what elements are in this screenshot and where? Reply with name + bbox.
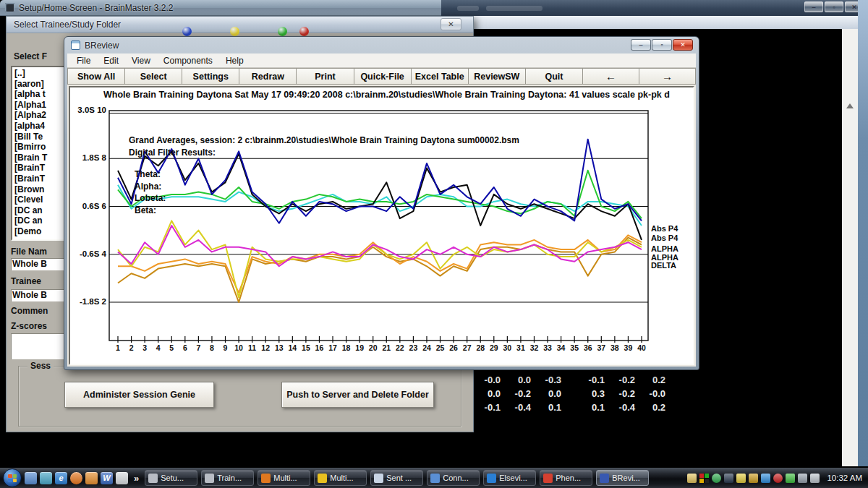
x-axis-tick-label: 9 — [218, 343, 233, 352]
breview-titlebar[interactable]: BReview — [64, 37, 699, 53]
show-desktop-icon[interactable] — [25, 472, 37, 484]
multimedia-icon — [261, 474, 271, 483]
maximize-button[interactable]: ▫ — [825, 1, 843, 12]
taskbar-button[interactable]: Multi... — [258, 470, 310, 486]
taskbar-button[interactable]: Elsevi... — [483, 470, 536, 486]
chart-annotation: Lobeta: — [135, 193, 166, 203]
chart-annotation: Grand Averages, session: 2 c:\brainm.20\… — [129, 135, 519, 145]
taskbar-clock[interactable]: 10:32 AM — [827, 474, 862, 482]
display-disconnect-icon[interactable] — [798, 474, 807, 483]
mail-tray-icon[interactable] — [687, 474, 697, 483]
series-label: Abs P4 — [651, 224, 694, 233]
toolbar-button[interactable]: Redraw — [239, 68, 297, 85]
taskbar-button-label: BRevi... — [612, 474, 640, 482]
setup-window-icon — [148, 474, 158, 483]
chart-area: Whole Brain Training Daytona Sat May 17 … — [69, 86, 694, 365]
minimize-button[interactable]: – — [804, 1, 823, 12]
taskbar-button[interactable]: Sent ... — [370, 470, 423, 486]
menu-components[interactable]: Components — [157, 56, 219, 66]
notepad-icon[interactable] — [116, 472, 128, 484]
start-button[interactable] — [3, 468, 22, 487]
taskbar-button[interactable]: Phen... — [540, 470, 592, 486]
multimedia-icon — [318, 474, 327, 483]
push-to-server-button[interactable]: Push to Server and Delete Folder — [281, 382, 434, 408]
toolbar-button[interactable]: ← — [583, 68, 639, 85]
y-axis-tick-label: -1.8S 2 — [70, 297, 106, 306]
volume-icon[interactable] — [810, 474, 820, 483]
dialog-titlebar[interactable]: Select Trainee/Study Folder ✕ — [7, 17, 473, 33]
taskbar-button-label: Phen... — [556, 474, 581, 482]
x-axis-tick-label: 13 — [272, 343, 286, 352]
toolbar-button[interactable]: Select — [125, 68, 182, 85]
select-folder-label: Select F — [14, 51, 47, 61]
number-cell: 0.0 — [501, 373, 531, 387]
background-window-band — [467, 16, 859, 29]
word-icon[interactable]: W — [101, 472, 113, 484]
taskbar-button[interactable]: BRevi... — [596, 470, 649, 486]
color-grid-icon[interactable] — [699, 474, 709, 483]
calendar-icon[interactable] — [85, 472, 98, 484]
network-activity-icon[interactable] — [724, 474, 733, 483]
taskbar-button[interactable]: Conn... — [427, 470, 480, 486]
menu-file[interactable]: File — [70, 56, 97, 66]
setup-window-title: Setup/Home Screen - BrainMaster 3.2.2 — [19, 3, 173, 13]
number-cell: -0.1 — [470, 401, 501, 414]
menu-view[interactable]: View — [125, 56, 157, 66]
yellow-indicator — [230, 27, 239, 36]
close-icon[interactable]: ✕ — [441, 18, 461, 30]
firefox-icon[interactable] — [70, 472, 82, 484]
x-axis-tick-label: 39 — [621, 343, 635, 352]
quicktime-icon[interactable] — [761, 474, 770, 483]
toolbar-button[interactable]: → — [639, 68, 696, 85]
x-axis-tick-label: 1 — [111, 343, 125, 352]
x-axis-tick-label: 23 — [406, 343, 420, 352]
minimize-button[interactable]: – — [631, 39, 651, 51]
administer-session-genie-button[interactable]: Administer Session Genie — [64, 382, 214, 408]
menu-edit[interactable]: Edit — [97, 56, 125, 66]
x-axis-tick-label: 5 — [164, 343, 179, 352]
toolbar-overflow-chevron[interactable]: » — [134, 473, 139, 484]
comments-label: Commen — [11, 306, 48, 316]
toolbar-button[interactable]: ReviewSW — [469, 68, 526, 85]
dialog-title: Select Trainee/Study Folder — [14, 20, 121, 30]
window-tray-icon[interactable] — [736, 474, 746, 483]
window-switcher-icon[interactable] — [40, 472, 52, 484]
breview-window-title: BReview — [85, 40, 119, 51]
x-axis-tick-label: 16 — [312, 343, 326, 352]
update-shield-icon[interactable] — [749, 474, 758, 483]
trainee-label: Trainee — [11, 276, 41, 286]
scrollbar-up-icon[interactable] — [846, 103, 854, 108]
toolbar-button[interactable]: Quit — [526, 68, 583, 85]
series-label: DELTA — [651, 261, 694, 270]
taskbar-button[interactable]: Train... — [201, 470, 254, 486]
taskbar-button[interactable]: Multi... — [314, 470, 367, 486]
x-axis-tick-label: 15 — [299, 343, 313, 352]
close-button[interactable]: ✕ — [673, 39, 693, 51]
menu-help[interactable]: Help — [219, 56, 250, 66]
x-axis-tick-label: 26 — [446, 343, 461, 352]
trainee-window-icon — [205, 474, 214, 483]
toolbar-button[interactable]: Settings — [182, 68, 239, 85]
status-green-icon[interactable] — [712, 474, 721, 483]
x-axis-tick-label: 35 — [567, 343, 582, 352]
battery-icon[interactable] — [786, 474, 795, 483]
x-axis-tick-label: 18 — [339, 343, 354, 352]
toolbar-button[interactable]: Quick-File — [354, 68, 412, 85]
mail-icon — [543, 474, 553, 483]
sync-red-icon[interactable] — [773, 474, 783, 483]
background-window-titlebar: – ▫ ✕ — [434, 0, 868, 16]
x-axis-tick-label: 25 — [433, 343, 448, 352]
taskbar: eW » Setu...Train...Multi...Multi...Sent… — [0, 468, 868, 488]
number-cell: -0.4 — [605, 401, 635, 414]
taskbar-button[interactable]: Setu... — [145, 470, 197, 486]
toolbar-button[interactable]: Print — [297, 68, 354, 85]
chart-annotation: Theta: — [135, 169, 161, 179]
maximize-button[interactable]: ▫ — [652, 39, 672, 51]
chart-canvas — [70, 87, 693, 365]
setup-window-titlebar[interactable]: Setup/Home Screen - BrainMaster 3.2.2 — [0, 0, 441, 16]
taskbar-button-label: Sent ... — [386, 474, 412, 482]
breview-app-icon — [71, 40, 80, 50]
toolbar-button[interactable]: Excel Table — [412, 68, 469, 85]
toolbar-button[interactable]: Show All — [67, 68, 125, 85]
internet-explorer-icon[interactable]: e — [55, 472, 67, 484]
